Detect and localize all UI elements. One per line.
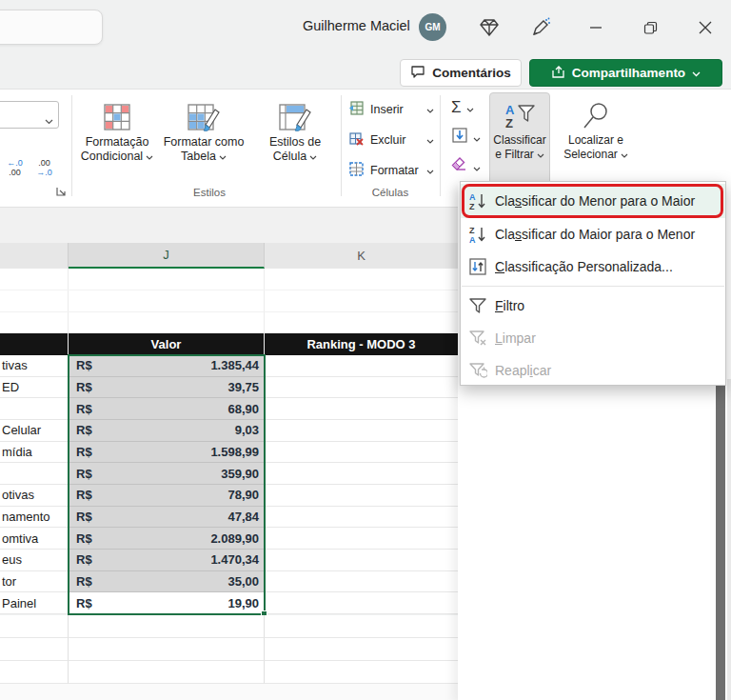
search-box[interactable]: [0, 10, 103, 45]
increase-decimal-button[interactable]: ←.0 .00: [2, 152, 28, 182]
column-header-partial[interactable]: [0, 243, 69, 269]
value-cell[interactable]: R$ 47,84: [69, 507, 265, 529]
row-label-cell[interactable]: otivas: [0, 485, 69, 507]
decrease-decimal-button[interactable]: .00 →.0: [31, 152, 57, 182]
value-cell[interactable]: R$ 359,90: [69, 463, 265, 485]
menu-item-sort-descending[interactable]: Z A Classificar do Maior para o Menor: [461, 218, 725, 250]
chevron-down-icon: [473, 129, 481, 146]
conditional-formatting-label2: Condicional: [81, 150, 143, 164]
format-as-table-button[interactable]: Formatar como Tabela: [155, 93, 252, 198]
row-label-cell[interactable]: Celular: [0, 420, 69, 442]
sort-filter-menu: A Z Classificar do Menor para o Maior Z …: [460, 181, 726, 386]
account-name: Guilherme Maciel: [303, 18, 410, 33]
value-cell[interactable]: R$ 39,75: [69, 377, 265, 399]
value-cell[interactable]: R$ 2.089,90: [69, 528, 265, 550]
menu-item-custom-sort[interactable]: Classificação Personalizada...: [461, 250, 725, 283]
value-cell[interactable]: R$ 1.470,34: [69, 550, 265, 571]
cell-styles-label2: Célula: [273, 150, 306, 164]
conditional-formatting-button[interactable]: Formatação Condicional: [79, 93, 155, 198]
row-label-cell[interactable]: omtiva: [0, 528, 69, 550]
close-button[interactable]: [694, 16, 717, 39]
value-cell[interactable]: R$ 1.385,44: [69, 355, 265, 377]
table-header-valor[interactable]: Valor: [69, 333, 265, 355]
svg-text:A: A: [505, 103, 515, 117]
cell-value: 1.470,34: [210, 552, 259, 567]
group-divider: [440, 95, 441, 196]
ranking-cell[interactable]: [265, 485, 459, 507]
row-label-cell[interactable]: tor: [0, 571, 69, 593]
currency-symbol: R$: [76, 552, 92, 567]
share-button[interactable]: Compartilhamento: [529, 59, 722, 87]
cell-value: 19,90: [227, 596, 259, 610]
ranking-cell[interactable]: [265, 377, 459, 399]
fill-down-icon: [451, 127, 468, 148]
menu-item-filter[interactable]: Filtro: [461, 290, 725, 322]
table-header-ranking[interactable]: Ranking - MODO 3: [265, 333, 459, 355]
chevron-down-icon: [146, 150, 153, 164]
comment-bubble-icon: [410, 65, 425, 82]
value-cell[interactable]: R$ 35,00: [69, 571, 265, 593]
row-label-cell[interactable]: ED: [0, 377, 69, 399]
restore-button[interactable]: [639, 16, 662, 39]
dialog-launcher-icon[interactable]: [54, 186, 68, 199]
row-label-cell[interactable]: mídia: [0, 442, 69, 464]
table-header-row[interactable]: Valor Ranking - MODO 3: [0, 333, 460, 355]
excel-window: Guilherme Maciel GM Comentários: [0, 0, 731, 700]
ranking-cell[interactable]: [265, 507, 459, 529]
chevron-down-icon: [426, 103, 434, 116]
ranking-cell[interactable]: [265, 550, 459, 571]
clear-button[interactable]: [447, 154, 491, 179]
ranking-cell[interactable]: [265, 420, 459, 442]
comments-button[interactable]: Comentários: [400, 59, 522, 87]
number-format-combo[interactable]: [0, 101, 59, 129]
value-cell[interactable]: R$ 19,90: [69, 592, 265, 614]
cell-value: 78,90: [227, 488, 259, 502]
row-label-cell[interactable]: tivas: [0, 355, 69, 377]
insert-cells-button[interactable]: Inserir: [348, 97, 434, 122]
row-label-cell[interactable]: [0, 398, 69, 420]
ranking-cell[interactable]: [265, 592, 459, 614]
delete-cells-button[interactable]: Excluir: [348, 128, 434, 152]
cell-value: 1.385,44: [210, 358, 259, 372]
row-label-cell[interactable]: Painel: [0, 592, 69, 614]
menu-item-sort-ascending[interactable]: A Z Classificar do Menor para o Maior: [461, 184, 725, 218]
value-cell[interactable]: R$ 9,03: [69, 420, 265, 442]
scrollbar-thumb[interactable]: [716, 381, 725, 700]
ranking-cell[interactable]: [265, 463, 459, 485]
ranking-cell[interactable]: [265, 571, 459, 593]
row-label-cell[interactable]: namento: [0, 507, 69, 529]
fill-button[interactable]: [447, 125, 491, 150]
empty-rows-top[interactable]: [0, 269, 460, 333]
chevron-down-icon: [466, 99, 474, 116]
ranking-cell[interactable]: [265, 442, 459, 464]
table-row: omtiva R$ 2.089,90: [0, 528, 460, 550]
column-header-j[interactable]: J: [69, 243, 265, 269]
cell-value: 68,90: [227, 402, 259, 416]
table-header-cell[interactable]: [0, 333, 69, 355]
value-cell[interactable]: R$ 1.598,99: [69, 442, 265, 464]
decimal-arrow-label: ←.0: [7, 158, 23, 168]
cell-styles-label: Estilos de: [269, 135, 321, 150]
currency-symbol: R$: [76, 488, 92, 502]
ranking-cell[interactable]: [265, 398, 459, 420]
minimize-button[interactable]: [584, 16, 607, 39]
value-cell[interactable]: R$ 78,90: [69, 485, 265, 507]
autosum-button[interactable]: Σ: [447, 95, 491, 120]
share-label: Compartilhamento: [572, 66, 685, 80]
avatar[interactable]: GM: [419, 13, 446, 41]
cell-styles-button[interactable]: Estilos de Célula: [252, 93, 338, 198]
scrollbar-edge: [727, 379, 731, 700]
menu-item-reapply-filter: Reaplicar: [461, 354, 725, 387]
presenter-pen-icon[interactable]: [529, 16, 552, 39]
empty-rows-bottom[interactable]: [0, 615, 460, 684]
format-as-table-icon: [187, 99, 221, 135]
column-header-k[interactable]: K: [265, 243, 459, 269]
ranking-cell[interactable]: [265, 355, 459, 377]
row-label-cell[interactable]: [0, 463, 69, 485]
value-cell[interactable]: R$ 68,90: [69, 398, 265, 420]
ranking-cell[interactable]: [265, 528, 459, 550]
insert-cells-icon: [348, 100, 365, 119]
premium-diamond-icon[interactable]: [478, 16, 501, 39]
format-cells-button[interactable]: Formatar: [348, 158, 434, 183]
row-label-cell[interactable]: eus: [0, 550, 69, 571]
